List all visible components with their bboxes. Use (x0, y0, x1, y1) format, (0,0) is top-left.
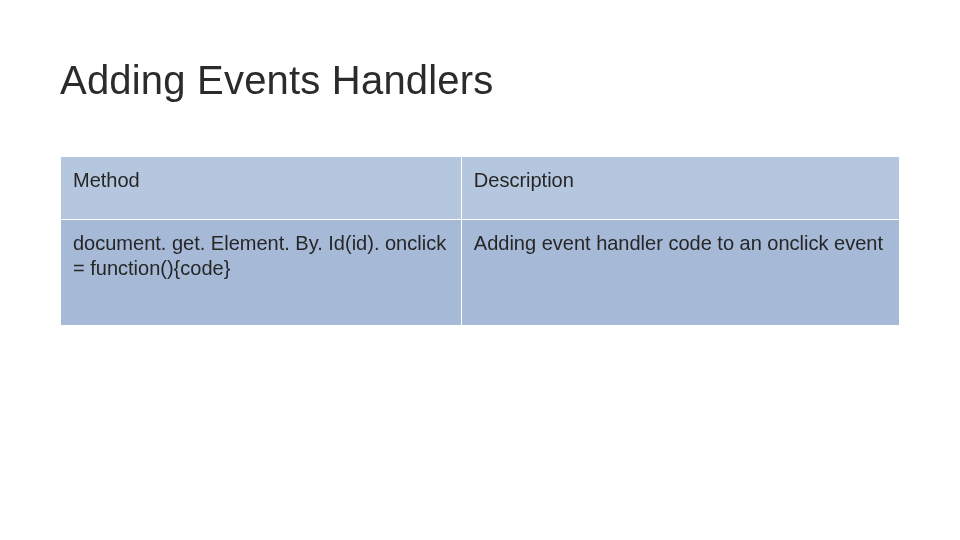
table-row: document. get. Element. By. Id(id). oncl… (61, 220, 900, 326)
slide: Adding Events Handlers Method Descriptio… (0, 0, 960, 540)
cell-description: Adding event handler code to an onclick … (461, 220, 899, 326)
header-description: Description (461, 157, 899, 220)
cell-method: document. get. Element. By. Id(id). oncl… (61, 220, 462, 326)
header-method: Method (61, 157, 462, 220)
slide-title: Adding Events Handlers (60, 58, 494, 103)
events-table: Method Description document. get. Elemen… (60, 156, 900, 326)
table-header-row: Method Description (61, 157, 900, 220)
